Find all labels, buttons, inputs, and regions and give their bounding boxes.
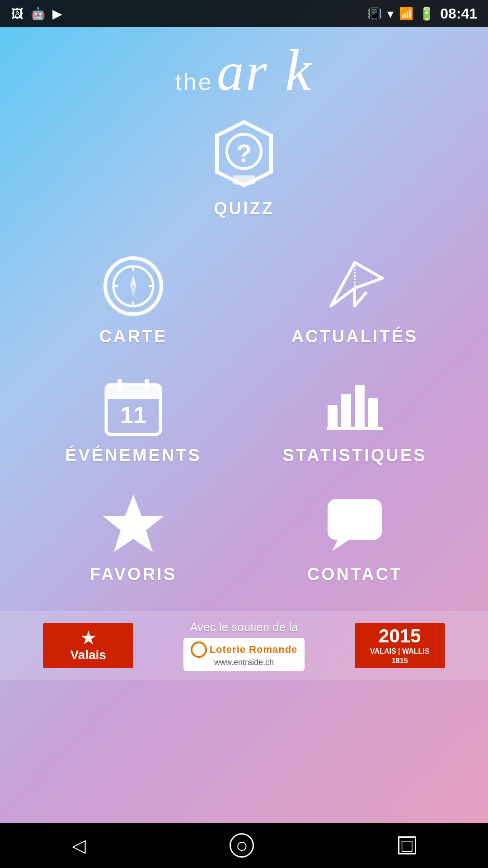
svg-rect-23 xyxy=(368,398,378,428)
svg-rect-18 xyxy=(145,379,149,392)
carte-label: CARTE xyxy=(99,327,168,346)
svg-text:11: 11 xyxy=(120,402,146,428)
evenements-label: ÉVÉNEMENTS xyxy=(65,446,202,465)
svg-marker-25 xyxy=(103,495,164,552)
star-icon xyxy=(102,492,165,556)
loterie-box: Loterie Romande www.entraide.ch xyxy=(183,638,305,671)
android-icon: 🤖 xyxy=(31,7,45,21)
svg-rect-22 xyxy=(355,385,365,428)
svg-rect-21 xyxy=(341,394,351,428)
svg-rect-26 xyxy=(328,499,382,540)
battery-icon: 🔋 xyxy=(419,6,435,21)
actualites-label: ACTUALITÉS xyxy=(291,327,418,346)
quizz-icon: ? xyxy=(208,118,280,190)
menu-item-contact[interactable]: CONTACT xyxy=(258,483,452,593)
chart-icon xyxy=(323,373,386,437)
menu-item-evenements[interactable]: 11 ÉVÉNEMENTS xyxy=(36,364,230,474)
footer-logos: ★ Valais Avec le soutien de la Loterie R… xyxy=(0,611,488,680)
quizz-section[interactable]: ? QUIZZ xyxy=(208,118,280,218)
avec-text: Avec le soutien de la xyxy=(190,620,298,634)
back-button[interactable]: ◁ xyxy=(72,835,86,856)
loterie-logo: Avec le soutien de la Loterie Romande ww… xyxy=(183,620,305,671)
logo-area: the ar k xyxy=(175,41,313,99)
statistiques-label: STATISTIQUES xyxy=(283,446,427,465)
valais-logo: ★ Valais xyxy=(43,623,133,668)
wifi-icon: ▾ xyxy=(387,6,394,21)
status-time: 08:41 xyxy=(440,5,477,22)
paper-plane-icon xyxy=(323,255,386,318)
status-icons-left: 🖼 🤖 ▶ xyxy=(11,6,62,21)
svg-rect-17 xyxy=(117,379,122,392)
logo-the: the xyxy=(175,70,213,94)
calendar-icon: 11 xyxy=(102,373,165,437)
svg-rect-20 xyxy=(328,405,338,428)
quizz-label: QUIZZ xyxy=(214,199,274,218)
logo-k: k xyxy=(268,38,313,103)
signal-icon: 📶 xyxy=(399,7,413,21)
video-icon: ▶ xyxy=(52,6,62,21)
svg-marker-12 xyxy=(331,263,383,306)
loterie-circle-icon xyxy=(191,642,207,658)
svg-rect-3 xyxy=(233,175,255,184)
menu-grid: CARTE ACTUALITÉS xyxy=(0,245,488,593)
loterie-name: Loterie Romande xyxy=(210,644,298,656)
svg-text:?: ? xyxy=(236,139,252,167)
year-sub: VALAIS | WALLIS1815 xyxy=(370,647,429,666)
recent-button[interactable]: □ xyxy=(398,836,416,854)
svg-marker-11 xyxy=(130,285,136,297)
menu-item-actualites[interactable]: ACTUALITÉS xyxy=(258,245,452,355)
menu-item-carte[interactable]: CARTE xyxy=(36,245,230,355)
compass-icon xyxy=(102,255,165,318)
navigation-bar: ◁ ○ □ xyxy=(0,823,488,868)
anniversary-logo: 2015 VALAIS | WALLIS1815 xyxy=(355,623,445,668)
svg-point-5 xyxy=(113,266,153,306)
chat-icon xyxy=(323,492,386,556)
image-icon: 🖼 xyxy=(11,6,23,21)
logo-ark: ar k xyxy=(217,41,313,99)
status-icons-right: 📳 ▾ 📶 🔋 08:41 xyxy=(367,5,477,22)
app-logo: the ar k xyxy=(175,41,313,99)
main-content: the ar k ? QUIZZ xyxy=(0,27,488,823)
svg-marker-10 xyxy=(130,275,136,287)
menu-item-favoris[interactable]: FAVORIS xyxy=(36,483,230,593)
contact-label: CONTACT xyxy=(307,565,403,584)
home-button[interactable]: ○ xyxy=(230,833,254,858)
favoris-label: FAVORIS xyxy=(90,565,177,584)
loterie-url: www.entraide.ch xyxy=(214,658,274,667)
year-text: 2015 xyxy=(379,625,421,647)
svg-rect-16 xyxy=(106,394,160,399)
vibrate-icon: 📳 xyxy=(367,7,382,21)
status-bar: 🖼 🤖 ▶ 📳 ▾ 📶 🔋 08:41 xyxy=(0,0,488,27)
menu-item-statistiques[interactable]: STATISTIQUES xyxy=(258,364,452,474)
